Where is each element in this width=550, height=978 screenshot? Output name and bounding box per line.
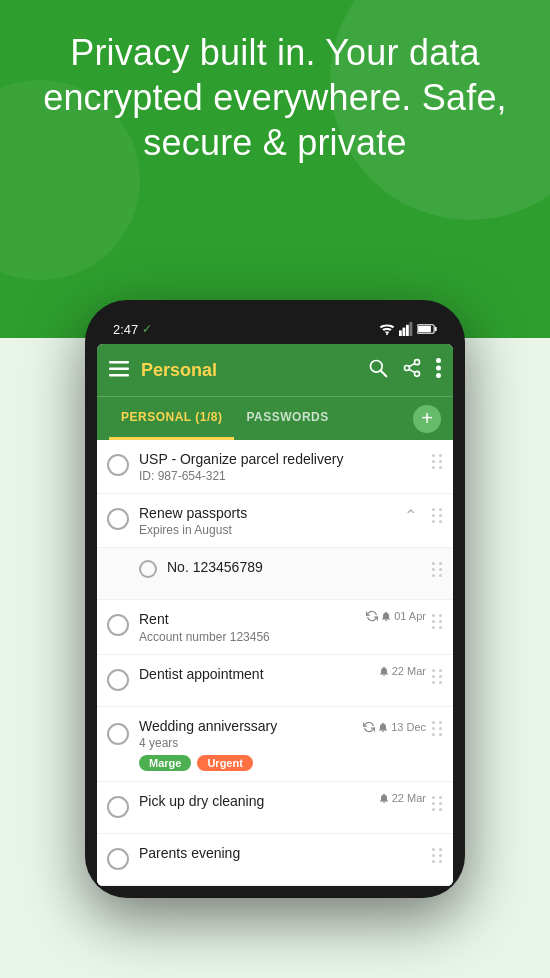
task-checkbox[interactable] [107,723,129,745]
task-title: Wedding anniverssary [139,717,359,735]
add-tab-button[interactable]: + [413,405,441,433]
task-content: Renew passports Expires in August [139,504,426,537]
tag-marge[interactable]: Marge [139,755,191,771]
drag-handle [432,848,443,863]
svg-rect-8 [109,361,129,364]
tabs-bar: PERSONAL (1/8) PASSWORDS + [97,396,453,440]
svg-point-19 [436,365,441,370]
task-title: Pick up dry cleaning [139,792,374,810]
task-tags: Marge Urgent [139,755,359,771]
task-sub: Expires in August [139,523,426,537]
task-content: No. 123456789 [167,558,426,576]
svg-rect-6 [435,327,437,331]
task-checkbox[interactable] [107,796,129,818]
svg-rect-3 [406,325,409,336]
task-date: 01 Apr [366,610,426,622]
svg-rect-1 [399,330,402,336]
app-toolbar: Personal [97,344,453,396]
task-content: Dentist appointment [139,665,374,683]
task-item: Wedding anniverssary 4 years Marge Urgen… [97,707,453,782]
drag-handle [432,562,443,577]
task-title: USP - Organize parcel redelivery [139,450,426,468]
battery-icon [417,323,437,335]
task-item: Rent Account number 123456 01 Apr [97,600,453,654]
svg-rect-2 [403,328,406,336]
task-checkbox[interactable] [107,669,129,691]
task-date: 22 Mar [378,665,426,677]
phone-screen: Personal [97,344,453,886]
task-content: Parents evening [139,844,426,862]
task-content: Rent Account number 123456 [139,610,362,643]
task-list: USP - Organize parcel redelivery ID: 987… [97,440,453,886]
svg-rect-10 [109,374,129,377]
drag-handle [432,454,443,469]
svg-point-18 [436,358,441,363]
task-content: USP - Organize parcel redelivery ID: 987… [139,450,426,483]
phone-mockup: 2:47 ✓ [85,300,465,898]
hero-title: Privacy built in. Your data encrypted ev… [30,30,520,165]
wifi-icon [379,322,395,336]
drag-handle [432,796,443,811]
task-title: Rent [139,610,362,628]
drag-handle [432,614,443,629]
svg-point-13 [415,359,420,364]
share-icon[interactable] [402,358,422,383]
task-item: USP - Organize parcel redelivery ID: 987… [97,440,453,494]
more-icon[interactable] [436,358,441,383]
svg-rect-7 [418,326,431,332]
task-item: Dentist appointment 22 Mar [97,655,453,707]
task-date: 13 Dec [363,721,426,733]
tag-urgent[interactable]: Urgent [197,755,252,771]
task-title: No. 123456789 [167,558,426,576]
toolbar-title: Personal [141,360,356,381]
task-meta: 22 Mar [378,665,426,677]
task-item: Parents evening [97,834,453,886]
collapse-arrow-icon[interactable]: ⌃ [404,506,417,525]
toolbar-actions [368,358,441,383]
task-title: Dentist appointment [139,665,374,683]
svg-line-12 [381,370,387,376]
svg-point-15 [415,371,420,376]
task-item: Renew passports Expires in August ⌃ [97,494,453,548]
repeat-icon [366,610,378,622]
task-title: Renew passports [139,504,426,522]
menu-icon[interactable] [109,359,129,382]
task-sub: ID: 987-654-321 [139,469,426,483]
svg-point-0 [386,333,388,335]
task-checkbox[interactable] [107,848,129,870]
task-item-sub: No. 123456789 [97,548,453,600]
bell-icon [378,665,390,677]
task-content: Pick up dry cleaning [139,792,374,810]
bell-icon [380,610,392,622]
svg-line-17 [409,369,415,372]
tab-passwords[interactable]: PASSWORDS [234,397,340,440]
tab-personal[interactable]: PERSONAL (1/8) [109,397,234,440]
task-date: 22 Mar [378,792,426,804]
bell-icon [378,792,390,804]
svg-line-16 [409,363,415,366]
status-icons [379,322,437,336]
svg-rect-9 [109,367,129,370]
task-meta: 13 Dec [363,721,426,733]
task-sub: 4 years [139,736,359,750]
drag-handle [432,669,443,684]
task-checkbox[interactable] [107,508,129,530]
svg-rect-4 [410,322,413,336]
bell-icon [377,721,389,733]
task-checkbox[interactable] [107,454,129,476]
status-bar: 2:47 ✓ [97,312,453,344]
signal-icon [399,322,413,336]
status-time: 2:47 ✓ [113,322,152,337]
task-meta: 22 Mar [378,792,426,804]
task-content: Wedding anniverssary 4 years Marge Urgen… [139,717,359,771]
task-checkbox[interactable] [107,614,129,636]
task-meta: 01 Apr [366,610,426,622]
search-icon[interactable] [368,358,388,383]
drag-handle [432,508,443,523]
task-item: Pick up dry cleaning 22 Mar [97,782,453,834]
svg-point-14 [405,365,410,370]
repeat-icon [363,721,375,733]
hero-section: Privacy built in. Your data encrypted ev… [0,30,550,165]
task-sub: Account number 123456 [139,630,362,644]
task-checkbox[interactable] [139,560,157,578]
